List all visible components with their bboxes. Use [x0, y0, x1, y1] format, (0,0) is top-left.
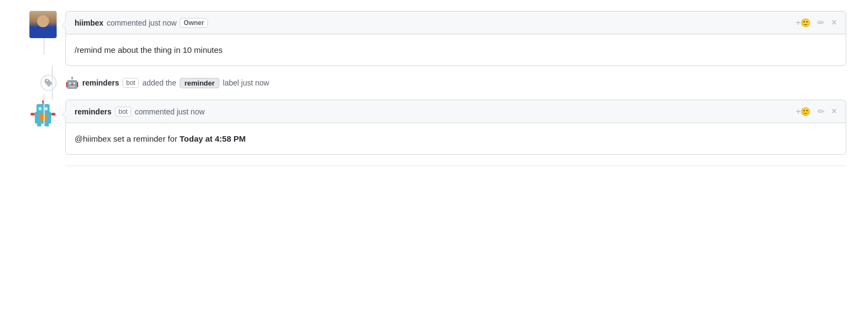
avatar-col-2 — [22, 100, 65, 127]
comment-username-1: hiimbex — [75, 19, 103, 27]
comment-reminders: reminders bot commented just now +🙂 ✏ × … — [22, 100, 846, 155]
label-event-bot-badge: bot — [123, 78, 139, 88]
svg-rect-18 — [51, 113, 56, 116]
delete-button-1[interactable]: × — [831, 17, 837, 28]
comment-bot-badge: bot — [115, 107, 132, 117]
svg-rect-3 — [34, 27, 52, 30]
comment-body-2: @hiimbex set a reminder for Today at 4:5… — [66, 123, 846, 154]
comment-timestamp-1: commented just now — [107, 19, 176, 27]
bot-emoji-label: 🤖 — [65, 76, 79, 89]
comment-body-1: /remind me about the thing in 10 minutes — [66, 34, 846, 65]
svg-rect-7 — [36, 15, 50, 18]
comment-header-left-2: reminders bot commented just now — [75, 107, 205, 117]
avatar-image-hiimbex — [29, 11, 57, 38]
svg-point-14 — [39, 108, 41, 110]
svg-rect-17 — [30, 113, 35, 116]
bottom-divider — [65, 166, 846, 166]
comment-header-1: hiimbex commented just now Owner +🙂 ✏ × — [66, 11, 846, 34]
comment-hiimbex: hiimbex commented just now Owner +🙂 ✏ × … — [22, 11, 846, 66]
comment-box-1: hiimbex commented just now Owner +🙂 ✏ × … — [65, 11, 846, 66]
svg-point-4 — [39, 19, 41, 21]
svg-rect-20 — [45, 124, 49, 126]
label-event-username: reminders — [82, 78, 119, 87]
comment-box-2: reminders bot commented just now +🙂 ✏ × … — [65, 100, 846, 155]
comment-text-bold: Today at 4:58 PM — [180, 134, 246, 143]
connector-section: 🤖 reminders bot added the reminder label… — [22, 66, 846, 100]
svg-point-2 — [36, 15, 50, 28]
add-reaction-button-1[interactable]: +🙂 — [796, 18, 811, 28]
delete-button-2[interactable]: × — [831, 106, 837, 117]
svg-rect-16 — [38, 113, 48, 114]
avatar-reminders — [29, 100, 57, 127]
comment-text-prefix: @hiimbex set a reminder for — [75, 134, 180, 143]
svg-rect-19 — [37, 124, 41, 126]
label-event: 🤖 reminders bot added the reminder label… — [22, 66, 846, 100]
svg-point-5 — [45, 19, 47, 21]
edit-button-2[interactable]: ✏ — [817, 106, 824, 117]
comment-header-2: reminders bot commented just now +🙂 ✏ × — [66, 100, 846, 123]
svg-rect-21 — [39, 116, 47, 120]
avatar-col-1 — [22, 11, 65, 38]
tag-icon — [40, 75, 57, 91]
comment-actions-1: +🙂 ✏ × — [796, 17, 837, 28]
svg-rect-0 — [29, 11, 57, 38]
svg-point-15 — [45, 108, 47, 110]
svg-point-6 — [36, 13, 50, 19]
comment-text-1: /remind me about the thing in 10 minutes — [75, 45, 223, 54]
label-event-timestamp: label just now — [223, 78, 269, 87]
label-event-action: added the — [142, 78, 176, 87]
label-event-icon-col — [22, 75, 65, 91]
comment-username-2: reminders — [75, 107, 112, 116]
reminder-label: reminder — [180, 78, 220, 88]
label-event-content: 🤖 reminders bot added the reminder label… — [65, 76, 269, 89]
comment-timestamp-2: commented just now — [135, 107, 204, 116]
svg-rect-1 — [29, 26, 57, 38]
comment-actions-2: +🙂 ✏ × — [796, 106, 837, 117]
edit-button-1[interactable]: ✏ — [817, 17, 824, 28]
add-reaction-button-2[interactable]: +🙂 — [796, 107, 811, 117]
avatar-hiimbex — [29, 11, 57, 38]
timeline: hiimbex commented just now Owner +🙂 ✏ × … — [22, 11, 846, 166]
comment-header-left-1: hiimbex commented just now Owner — [75, 18, 208, 28]
owner-badge: Owner — [180, 18, 207, 28]
